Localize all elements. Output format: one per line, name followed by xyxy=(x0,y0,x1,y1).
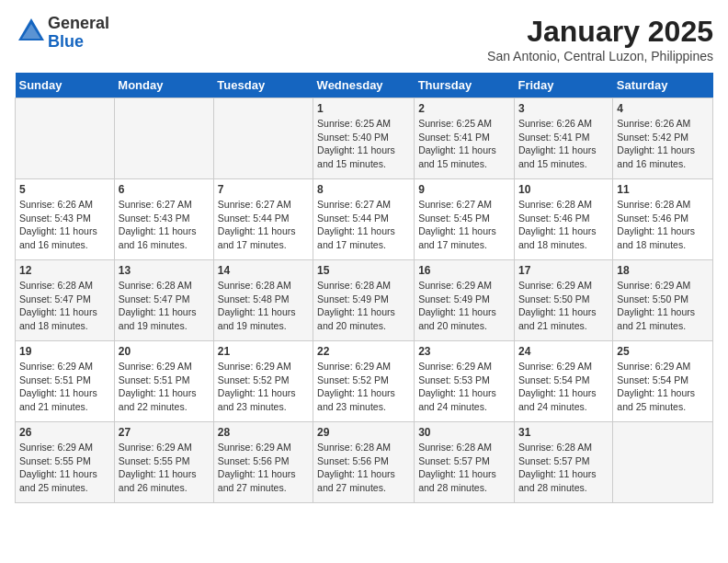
day-number: 18 xyxy=(617,264,709,277)
calendar-cell: 11Sunrise: 6:28 AM Sunset: 5:46 PM Dayli… xyxy=(613,179,713,260)
day-header-thursday: Thursday xyxy=(415,73,515,98)
calendar-cell: 25Sunrise: 6:29 AM Sunset: 5:54 PM Dayli… xyxy=(613,341,713,422)
day-number: 17 xyxy=(518,264,609,277)
cell-content: Sunrise: 6:28 AM Sunset: 5:47 PM Dayligh… xyxy=(119,279,210,333)
day-number: 2 xyxy=(418,102,510,115)
day-number: 28 xyxy=(218,426,309,439)
cell-content: Sunrise: 6:27 AM Sunset: 5:44 PM Dayligh… xyxy=(317,198,410,252)
calendar-week-row: 12Sunrise: 6:28 AM Sunset: 5:47 PM Dayli… xyxy=(16,260,713,341)
day-header-monday: Monday xyxy=(114,73,213,98)
calendar-week-row: 5Sunrise: 6:26 AM Sunset: 5:43 PM Daylig… xyxy=(16,179,713,260)
calendar-cell: 6Sunrise: 6:27 AM Sunset: 5:43 PM Daylig… xyxy=(114,179,213,260)
calendar-cell: 7Sunrise: 6:27 AM Sunset: 5:44 PM Daylig… xyxy=(213,179,313,260)
logo-icon xyxy=(15,15,48,48)
day-number: 16 xyxy=(418,264,510,277)
cell-content: Sunrise: 6:28 AM Sunset: 5:49 PM Dayligh… xyxy=(317,279,410,333)
calendar-cell: 22Sunrise: 6:29 AM Sunset: 5:52 PM Dayli… xyxy=(313,341,415,422)
day-number: 31 xyxy=(518,426,609,439)
calendar-cell: 28Sunrise: 6:29 AM Sunset: 5:56 PM Dayli… xyxy=(213,422,313,503)
day-number: 25 xyxy=(617,345,709,358)
cell-content: Sunrise: 6:25 AM Sunset: 5:41 PM Dayligh… xyxy=(418,117,510,171)
month-title: January 2025 xyxy=(487,15,713,49)
day-number: 12 xyxy=(19,264,110,277)
calendar-cell: 5Sunrise: 6:26 AM Sunset: 5:43 PM Daylig… xyxy=(16,179,115,260)
day-number: 5 xyxy=(19,183,110,196)
cell-content: Sunrise: 6:29 AM Sunset: 5:54 PM Dayligh… xyxy=(518,360,609,414)
title-block: January 2025 San Antonio, Central Luzon,… xyxy=(487,15,713,63)
day-header-saturday: Saturday xyxy=(613,73,713,98)
cell-content: Sunrise: 6:27 AM Sunset: 5:44 PM Dayligh… xyxy=(218,198,309,252)
cell-content: Sunrise: 6:29 AM Sunset: 5:51 PM Dayligh… xyxy=(19,360,110,414)
logo-text: General Blue xyxy=(48,15,109,52)
cell-content: Sunrise: 6:29 AM Sunset: 5:51 PM Dayligh… xyxy=(119,360,210,414)
cell-content: Sunrise: 6:27 AM Sunset: 5:43 PM Dayligh… xyxy=(119,198,210,252)
logo-blue: Blue xyxy=(48,32,84,51)
cell-content: Sunrise: 6:29 AM Sunset: 5:54 PM Dayligh… xyxy=(617,360,709,414)
cell-content: Sunrise: 6:28 AM Sunset: 5:46 PM Dayligh… xyxy=(617,198,709,252)
day-header-sunday: Sunday xyxy=(16,73,115,98)
day-number: 9 xyxy=(418,183,510,196)
cell-content: Sunrise: 6:26 AM Sunset: 5:42 PM Dayligh… xyxy=(617,117,709,171)
cell-content: Sunrise: 6:28 AM Sunset: 5:57 PM Dayligh… xyxy=(418,441,510,495)
cell-content: Sunrise: 6:28 AM Sunset: 5:47 PM Dayligh… xyxy=(19,279,110,333)
calendar-cell: 16Sunrise: 6:29 AM Sunset: 5:49 PM Dayli… xyxy=(415,260,515,341)
day-header-tuesday: Tuesday xyxy=(213,73,313,98)
calendar-cell: 31Sunrise: 6:28 AM Sunset: 5:57 PM Dayli… xyxy=(514,422,612,503)
day-number: 21 xyxy=(218,345,309,358)
day-number: 24 xyxy=(518,345,609,358)
cell-content: Sunrise: 6:26 AM Sunset: 5:43 PM Dayligh… xyxy=(19,198,110,252)
page-header: General Blue January 2025 San Antonio, C… xyxy=(15,15,713,63)
calendar-cell: 9Sunrise: 6:27 AM Sunset: 5:45 PM Daylig… xyxy=(415,179,515,260)
cell-content: Sunrise: 6:29 AM Sunset: 5:56 PM Dayligh… xyxy=(218,441,309,495)
calendar-cell: 14Sunrise: 6:28 AM Sunset: 5:48 PM Dayli… xyxy=(213,260,313,341)
calendar-cell: 27Sunrise: 6:29 AM Sunset: 5:55 PM Dayli… xyxy=(114,422,213,503)
calendar-cell: 18Sunrise: 6:29 AM Sunset: 5:50 PM Dayli… xyxy=(613,260,713,341)
day-number: 11 xyxy=(617,183,709,196)
calendar-cell xyxy=(613,422,713,503)
day-number: 13 xyxy=(119,264,210,277)
cell-content: Sunrise: 6:29 AM Sunset: 5:49 PM Dayligh… xyxy=(418,279,510,333)
cell-content: Sunrise: 6:26 AM Sunset: 5:41 PM Dayligh… xyxy=(518,117,609,171)
cell-content: Sunrise: 6:29 AM Sunset: 5:55 PM Dayligh… xyxy=(119,441,210,495)
day-number: 1 xyxy=(317,102,410,115)
location: San Antonio, Central Luzon, Philippines xyxy=(487,49,713,63)
day-number: 8 xyxy=(317,183,410,196)
logo-general: General xyxy=(48,14,109,32)
calendar-cell: 12Sunrise: 6:28 AM Sunset: 5:47 PM Dayli… xyxy=(16,260,115,341)
day-number: 6 xyxy=(119,183,210,196)
day-number: 19 xyxy=(19,345,110,358)
calendar-cell xyxy=(213,98,313,179)
cell-content: Sunrise: 6:29 AM Sunset: 5:52 PM Dayligh… xyxy=(317,360,410,414)
day-number: 23 xyxy=(418,345,510,358)
day-number: 26 xyxy=(19,426,110,439)
cell-content: Sunrise: 6:29 AM Sunset: 5:52 PM Dayligh… xyxy=(218,360,309,414)
calendar-cell: 29Sunrise: 6:28 AM Sunset: 5:56 PM Dayli… xyxy=(313,422,415,503)
calendar-cell: 21Sunrise: 6:29 AM Sunset: 5:52 PM Dayli… xyxy=(213,341,313,422)
cell-content: Sunrise: 6:29 AM Sunset: 5:50 PM Dayligh… xyxy=(518,279,609,333)
cell-content: Sunrise: 6:28 AM Sunset: 5:46 PM Dayligh… xyxy=(518,198,609,252)
calendar-cell xyxy=(114,98,213,179)
calendar-cell: 20Sunrise: 6:29 AM Sunset: 5:51 PM Dayli… xyxy=(114,341,213,422)
cell-content: Sunrise: 6:29 AM Sunset: 5:50 PM Dayligh… xyxy=(617,279,709,333)
cell-content: Sunrise: 6:28 AM Sunset: 5:48 PM Dayligh… xyxy=(218,279,309,333)
calendar-table: SundayMondayTuesdayWednesdayThursdayFrid… xyxy=(15,73,713,503)
calendar-cell: 3Sunrise: 6:26 AM Sunset: 5:41 PM Daylig… xyxy=(514,98,612,179)
day-number: 15 xyxy=(317,264,410,277)
day-number: 4 xyxy=(617,102,709,115)
calendar-cell: 2Sunrise: 6:25 AM Sunset: 5:41 PM Daylig… xyxy=(415,98,515,179)
calendar-header-row: SundayMondayTuesdayWednesdayThursdayFrid… xyxy=(16,73,713,98)
calendar-cell: 8Sunrise: 6:27 AM Sunset: 5:44 PM Daylig… xyxy=(313,179,415,260)
day-number: 20 xyxy=(119,345,210,358)
calendar-cell: 19Sunrise: 6:29 AM Sunset: 5:51 PM Dayli… xyxy=(16,341,115,422)
calendar-cell: 4Sunrise: 6:26 AM Sunset: 5:42 PM Daylig… xyxy=(613,98,713,179)
calendar-cell: 26Sunrise: 6:29 AM Sunset: 5:55 PM Dayli… xyxy=(16,422,115,503)
day-number: 14 xyxy=(218,264,309,277)
calendar-cell: 17Sunrise: 6:29 AM Sunset: 5:50 PM Dayli… xyxy=(514,260,612,341)
calendar-cell: 15Sunrise: 6:28 AM Sunset: 5:49 PM Dayli… xyxy=(313,260,415,341)
day-number: 7 xyxy=(218,183,309,196)
calendar-cell xyxy=(16,98,115,179)
day-header-friday: Friday xyxy=(514,73,612,98)
calendar-week-row: 19Sunrise: 6:29 AM Sunset: 5:51 PM Dayli… xyxy=(16,341,713,422)
calendar-cell: 13Sunrise: 6:28 AM Sunset: 5:47 PM Dayli… xyxy=(114,260,213,341)
calendar-week-row: 26Sunrise: 6:29 AM Sunset: 5:55 PM Dayli… xyxy=(16,422,713,503)
